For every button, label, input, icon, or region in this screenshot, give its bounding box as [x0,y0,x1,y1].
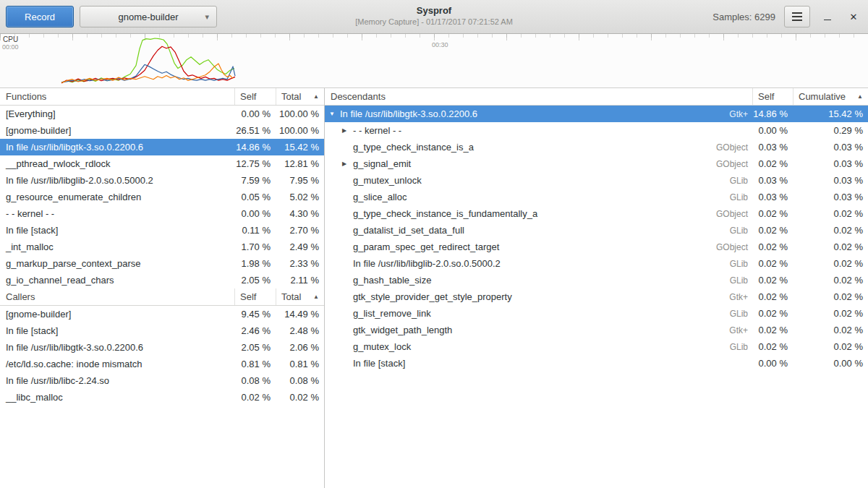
window-minimize-icon [824,20,831,20]
table-row[interactable]: [Everything]0.00 %100.00 % [0,106,324,122]
self-percent: 1.98 % [234,255,276,272]
descendant-name-cell: g_type_check_instance_is_a [325,139,700,155]
minimize-button[interactable] [819,8,836,25]
function-name: In file /usr/lib/libc-2.24.so [0,372,234,389]
total-percent: 2.06 % [276,339,324,356]
table-row[interactable]: __pthread_rwlock_rdlock12.75 %12.81 % [0,155,324,172]
table-row[interactable]: In file /usr/lib/libglib-2.0.so.0.5000.2… [0,172,324,189]
descendant-name: g_list_remove_link [353,308,431,319]
self-percent: 14.86 % [234,139,276,155]
function-name: g_io_channel_read_chars [0,272,234,288]
library-category: GLib [700,255,752,272]
total-percent: 2.70 % [276,222,324,239]
tree-row[interactable]: In file [stack]0.00 %0.00 % [325,355,868,372]
tree-row[interactable]: g_list_remove_linkGLib0.02 %0.02 % [325,305,868,322]
functions-table: Functions Self Total ▲ [Everything]0.00 … [0,88,324,288]
hamburger-menu-icon [792,16,802,17]
descendant-name: gtk_style_provider_get_style_property [353,291,512,302]
record-button[interactable]: Record [6,6,74,27]
callers-total-column-header[interactable]: Total ▲ [276,288,324,305]
total-percent: 2.33 % [276,255,324,272]
self-percent: 0.02 % [752,338,793,355]
tree-row[interactable]: ▶g_signal_emitGObject0.02 %0.03 % [325,155,868,172]
table-row[interactable]: [gnome-builder]9.45 %14.49 % [0,306,324,322]
tree-row[interactable]: g_mutex_lockGLib0.02 %0.02 % [325,338,868,355]
table-row[interactable]: [gnome-builder]26.51 %100.00 % [0,122,324,139]
descendant-name: g_datalist_id_set_data_full [353,225,464,236]
total-percent: 0.08 % [276,372,324,389]
expander-open-icon[interactable]: ▼ [329,111,340,117]
callers-self-column-header[interactable]: Self [234,288,276,305]
table-row[interactable]: /etc/ld.so.cache: inode mismatch0.81 %0.… [0,356,324,372]
table-row[interactable]: _int_malloc1.70 %2.49 % [0,239,324,255]
cumulative-percent: 0.03 % [793,172,868,189]
cumulative-percent: 0.02 % [793,239,868,255]
descendants-self-column-header[interactable]: Self [752,88,793,105]
library-category: GLib [700,338,752,355]
tree-row[interactable]: g_mutex_unlockGLib0.03 %0.03 % [325,172,868,189]
descendants-cumulative-column-header[interactable]: Cumulative ▲ [793,88,868,105]
cpu-timeline[interactable]: CPU 00:00 00:30 [0,34,868,88]
total-percent: 12.81 % [276,155,324,172]
descendant-name: g_signal_emit [353,158,411,169]
tree-row[interactable]: In file /usr/lib/libglib-2.0.so.0.5000.2… [325,255,868,272]
table-row[interactable]: g_io_channel_read_chars2.05 %2.11 % [0,272,324,288]
function-name: - - kernel - - [0,205,234,222]
cumulative-percent: 0.02 % [793,255,868,272]
self-percent: 0.08 % [234,372,276,389]
cumulative-percent: 0.03 % [793,139,868,155]
tree-row[interactable]: gtk_widget_path_lengthGtk+0.02 %0.02 % [325,322,868,338]
self-percent: 0.03 % [752,189,793,205]
expander-closed-icon[interactable]: ▶ [342,160,353,167]
table-row[interactable]: g_resource_enumerate_children0.05 %5.02 … [0,189,324,205]
tree-row[interactable]: g_datalist_id_set_data_fullGLib0.02 %0.0… [325,222,868,239]
descendant-name-cell: ▶g_signal_emit [325,155,700,172]
functions-total-column-header[interactable]: Total ▲ [276,88,324,105]
functions-column-header[interactable]: Functions [0,88,234,105]
total-percent: 4.30 % [276,205,324,222]
self-percent: 9.45 % [234,306,276,322]
table-row[interactable]: - - kernel - -0.00 %4.30 % [0,205,324,222]
descendants-column-header[interactable]: Descendants [325,88,752,105]
library-category: GLib [700,305,752,322]
table-row[interactable]: In file [stack]0.11 %2.70 % [0,222,324,239]
tree-row[interactable]: g_hash_table_sizeGLib0.02 %0.02 % [325,272,868,288]
tree-row[interactable]: g_slice_allocGLib0.03 %0.03 % [325,189,868,205]
descendant-name-cell: g_type_check_instance_is_fundamentally_a [325,205,700,222]
total-percent: 0.81 % [276,356,324,372]
table-row[interactable]: In file /usr/lib/libc-2.24.so0.08 %0.08 … [0,372,324,389]
hamburger-menu-button[interactable] [784,6,810,27]
table-row[interactable]: g_markup_parse_context_parse1.98 %2.33 % [0,255,324,272]
function-name: In file [stack] [0,322,234,339]
expander-closed-icon[interactable]: ▶ [342,127,353,134]
descendant-name-cell: In file /usr/lib/libglib-2.0.so.0.5000.2 [325,255,700,272]
total-percent: 2.49 % [276,239,324,255]
tree-row[interactable]: ▼In file /usr/lib/libgtk-3.so.0.2200.6Gt… [325,106,868,122]
target-selector-dropdown[interactable]: gnome-builder ▾ [80,6,217,27]
tree-row[interactable]: ▶- - kernel - -0.00 %0.29 % [325,122,868,139]
descendant-name: g_hash_table_size [353,275,431,286]
library-category: Gtk+ [700,322,752,338]
tree-row[interactable]: g_param_spec_get_redirect_targetGObject0… [325,239,868,255]
close-button[interactable]: ✕ [845,8,862,25]
cumulative-percent: 0.02 % [793,222,868,239]
table-row[interactable]: In file [stack]2.46 %2.48 % [0,322,324,339]
tree-row[interactable]: g_type_check_instance_is_fundamentally_a… [325,205,868,222]
tree-row[interactable]: gtk_style_provider_get_style_propertyGtk… [325,288,868,305]
self-percent: 0.02 % [752,205,793,222]
callers-rows: [gnome-builder]9.45 %14.49 %In file [sta… [0,306,324,406]
function-name: __libc_malloc [0,389,234,406]
self-percent: 0.02 % [752,222,793,239]
main-content: Functions Self Total ▲ [Everything]0.00 … [0,88,868,488]
descendants-table-header: Descendants Self Cumulative ▲ [325,88,868,106]
function-name: [gnome-builder] [0,306,234,322]
descendant-name: - - kernel - - [353,125,401,136]
table-row[interactable]: __libc_malloc0.02 %0.02 % [0,389,324,406]
tree-row[interactable]: g_type_check_instance_is_aGObject0.03 %0… [325,139,868,155]
cumulative-percent: 0.00 % [793,355,868,372]
table-row[interactable]: In file /usr/lib/libgtk-3.so.0.2200.614.… [0,139,324,155]
callers-column-header[interactable]: Callers [0,288,234,305]
descendant-name-cell: gtk_widget_path_length [325,322,700,338]
functions-self-column-header[interactable]: Self [234,88,276,105]
table-row[interactable]: In file /usr/lib/libgtk-3.so.0.2200.62.0… [0,339,324,356]
